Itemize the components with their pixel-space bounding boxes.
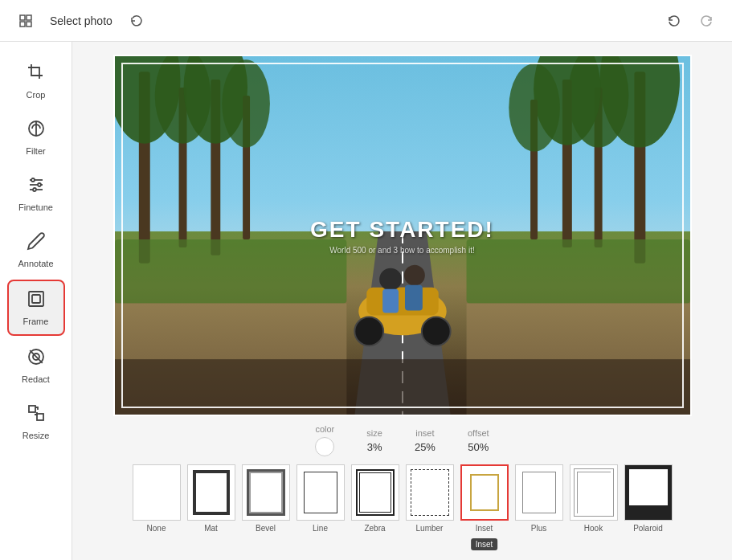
redo-button[interactable]	[693, 8, 719, 34]
svg-rect-13	[32, 295, 40, 303]
frame-thumb-none[interactable]: None	[133, 464, 181, 533]
svg-point-11	[33, 188, 36, 191]
svg-rect-2	[20, 22, 25, 27]
filter-label: Filter	[26, 146, 45, 156]
sidebar-item-frame[interactable]: Frame	[7, 280, 65, 336]
frame-label-inset: Inset	[476, 524, 493, 533]
frame-thumb-hook[interactable]: Hook	[570, 464, 618, 533]
bottom-controls: color size 3% inset 25% offset 50%	[113, 424, 692, 533]
svg-rect-1	[27, 15, 31, 20]
resize-label: Resize	[22, 431, 50, 440]
annotate-icon	[27, 231, 46, 254]
sidebar-item-finetune[interactable]: Finetune	[7, 167, 65, 220]
select-photo-button[interactable]: Select photo	[47, 11, 116, 31]
frame-label-bevel: Bevel	[256, 524, 276, 533]
svg-point-43	[379, 268, 402, 291]
frame-box-mat	[187, 464, 235, 521]
frame-thumb-bevel[interactable]: Bevel	[242, 464, 290, 533]
frame-label-plus: Plus	[531, 524, 546, 533]
sidebar-item-filter[interactable]: Filter	[7, 111, 65, 164]
color-label: color	[315, 424, 334, 434]
svg-point-10	[38, 183, 41, 186]
offset-value[interactable]: 50%	[468, 441, 489, 453]
frame-thumbnails: None Mat Bevel	[113, 464, 692, 533]
image-main-text: GET STARTED!	[310, 217, 494, 243]
crop-icon	[27, 63, 46, 85]
controls-row: color size 3% inset 25% offset 50%	[113, 424, 692, 456]
svg-point-45	[403, 265, 424, 286]
frame-box-lumber	[406, 464, 454, 521]
filter-icon	[27, 119, 46, 141]
history-button[interactable]	[124, 8, 149, 34]
color-swatch[interactable]	[315, 437, 334, 456]
sidebar-item-crop[interactable]: Crop	[7, 55, 65, 108]
sidebar-item-annotate[interactable]: Annotate	[7, 223, 65, 276]
svg-point-47	[354, 317, 383, 345]
photo-background: GET STARTED! World 500 or and 3 how to a…	[115, 56, 690, 415]
size-control: size 3%	[366, 428, 382, 453]
header: Select photo	[0, 0, 732, 42]
frame-label-mat: Mat	[204, 524, 218, 533]
size-value[interactable]: 3%	[367, 441, 382, 453]
header-left: Select photo	[13, 8, 652, 34]
frame-label-lumber: Lumber	[416, 524, 444, 533]
inset-value[interactable]: 25%	[415, 441, 436, 453]
frame-box-hook	[570, 464, 618, 521]
frame-box-plus	[515, 464, 563, 521]
svg-point-36	[509, 63, 560, 151]
sidebar: Crop Filter	[0, 42, 72, 560]
color-control: color	[315, 424, 334, 456]
frame-thumb-line[interactable]: Line	[296, 464, 345, 533]
svg-rect-44	[382, 289, 399, 313]
crop-label: Crop	[27, 90, 46, 100]
frame-thumb-plus[interactable]: Plus	[515, 464, 563, 533]
svg-rect-51	[115, 359, 690, 415]
image-container: GET STARTED! World 500 or and 3 how to a…	[113, 55, 692, 416]
select-icon-btn[interactable]	[13, 8, 39, 34]
frame-label-none: None	[147, 524, 166, 533]
frame-label-zebra: Zebra	[364, 524, 385, 533]
resize-icon	[27, 403, 46, 426]
frame-label-hook: Hook	[584, 524, 603, 533]
frame-thumb-polaroid[interactable]: Polaroid	[624, 464, 673, 533]
svg-point-48	[421, 317, 450, 345]
frame-box-inset	[460, 464, 509, 521]
frame-box-line	[296, 464, 345, 521]
svg-rect-0	[20, 15, 25, 20]
inset-control: inset 25%	[415, 428, 436, 453]
svg-point-9	[31, 178, 35, 182]
svg-point-28	[222, 59, 270, 147]
inset-tooltip: Inset	[471, 538, 498, 550]
inset-label: inset	[415, 428, 434, 438]
svg-rect-46	[404, 285, 422, 311]
frame-label: Frame	[23, 317, 49, 326]
finetune-icon	[27, 175, 46, 198]
svg-rect-12	[29, 292, 43, 306]
header-right	[661, 8, 719, 34]
svg-rect-40	[466, 239, 689, 304]
frame-label-polaroid: Polaroid	[633, 524, 663, 533]
image-overlay-text: GET STARTED! World 500 or and 3 how to a…	[310, 217, 494, 255]
svg-rect-18	[37, 414, 43, 420]
redact-icon	[27, 347, 46, 370]
offset-label: offset	[468, 428, 489, 438]
frame-thumb-lumber[interactable]: Lumber	[406, 464, 454, 533]
frame-thumb-inset[interactable]: Inset Inset	[460, 464, 509, 533]
sidebar-item-redact[interactable]: Redact	[7, 339, 65, 392]
frame-label-line: Line	[313, 524, 328, 533]
main-area: Crop Filter	[0, 42, 732, 560]
frame-box-bevel	[242, 464, 290, 521]
sidebar-item-resize[interactable]: Resize	[7, 395, 65, 448]
content-area: GET STARTED! World 500 or and 3 how to a…	[72, 42, 732, 560]
frame-thumb-mat[interactable]: Mat	[187, 464, 235, 533]
frame-box-zebra	[351, 464, 399, 521]
undo-button[interactable]	[661, 8, 687, 34]
svg-rect-42	[366, 288, 439, 316]
svg-rect-3	[27, 22, 31, 27]
svg-line-15	[30, 350, 43, 363]
svg-rect-17	[29, 406, 35, 412]
finetune-label: Finetune	[18, 202, 53, 212]
frame-thumb-zebra[interactable]: Zebra	[351, 464, 399, 533]
image-sub-text: World 500 or and 3 how to accomplish it!	[310, 246, 494, 255]
offset-control: offset 50%	[468, 428, 489, 453]
